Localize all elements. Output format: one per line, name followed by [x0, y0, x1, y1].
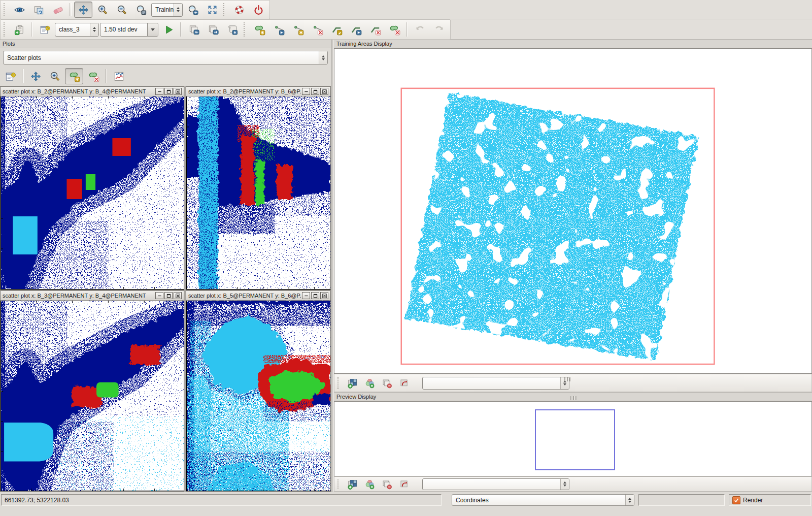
statusbar-mode-selector[interactable]: Coordinates [452, 494, 634, 506]
minimize-icon [157, 89, 162, 94]
scatter-canvas-3[interactable] [1, 301, 184, 491]
minimize-button[interactable] [155, 292, 163, 299]
zoom-to-map-button[interactable] [132, 2, 150, 18]
digitize-area-button[interactable] [250, 21, 268, 38]
plot-settings-button[interactable] [1, 68, 19, 84]
preview-layer-selector[interactable] [422, 478, 569, 490]
app-window: Training class_3 1.50 std dev [0, 0, 812, 516]
zoom-in-icon [97, 4, 109, 16]
maximize-button[interactable] [164, 88, 173, 95]
remove-line-button[interactable] [366, 21, 384, 38]
plots-panel-title: Plots [3, 41, 15, 47]
zoom-out-button[interactable] [113, 2, 131, 18]
return-zoom-button[interactable] [184, 2, 202, 18]
erase-display-button[interactable] [49, 2, 67, 18]
checkmark-icon [734, 498, 739, 503]
add-rgb-layer-button[interactable] [361, 477, 378, 491]
spin-arrows[interactable] [319, 51, 327, 64]
add-raster-layer-button[interactable] [344, 376, 360, 390]
zoom-in-button[interactable] [93, 2, 112, 18]
remove-layer-button[interactable] [379, 376, 395, 390]
save-script-button[interactable] [223, 21, 242, 38]
toolbar-grip[interactable] [223, 3, 228, 16]
scatter-canvas-1[interactable] [1, 96, 184, 289]
copy-raster-button[interactable] [29, 2, 48, 18]
move-line-icon [350, 24, 362, 36]
quit-button[interactable] [249, 2, 267, 18]
run-analysis-button[interactable] [159, 21, 178, 38]
sash-handle[interactable] [570, 395, 578, 402]
plot-pan-button[interactable] [26, 68, 45, 84]
add-vertex-button[interactable] [289, 21, 307, 38]
close-icon [176, 294, 180, 298]
minimize-button[interactable] [302, 88, 310, 95]
export-areas-button[interactable] [204, 21, 222, 38]
zoom-extent-button[interactable] [203, 2, 221, 18]
undo-button[interactable] [411, 21, 429, 38]
pan-icon [30, 71, 42, 82]
preview-canvas[interactable] [334, 401, 812, 476]
spin-arrows[interactable] [174, 4, 182, 16]
toolbar-grip[interactable] [244, 22, 248, 37]
dropdown-arrow[interactable] [147, 23, 158, 36]
import-areas-button[interactable] [185, 21, 203, 38]
toolbar-grip[interactable] [337, 479, 342, 489]
spin-arrows[interactable] [625, 495, 634, 505]
toolbar-grip[interactable] [4, 22, 8, 37]
scatter-window-2-titlebar[interactable]: scatter plot x: B_2@PERMANENT y: B_6@P..… [186, 87, 330, 96]
class-manager-button[interactable] [36, 21, 54, 38]
scatter-canvas-4[interactable] [186, 301, 330, 491]
toolbar-grip[interactable] [337, 377, 342, 389]
pan-button[interactable] [74, 2, 92, 18]
move-vertex-button[interactable] [269, 21, 288, 38]
maximize-button[interactable] [311, 88, 319, 95]
plot-options-button[interactable] [110, 68, 128, 84]
scatter-window-4-titlebar[interactable]: scatter plot x: B_5@PERMANENT y: B_6@P..… [186, 291, 330, 301]
plot-zoom-button[interactable] [46, 68, 64, 84]
add-training-map-button[interactable] [10, 21, 28, 38]
rerender-button[interactable] [396, 477, 412, 491]
import-areas-icon [188, 24, 200, 36]
training-mode-value: Training [152, 6, 174, 13]
rerender-button[interactable] [396, 376, 412, 390]
training-mode-spinner[interactable]: Training [151, 3, 183, 17]
close-button[interactable] [174, 88, 182, 95]
close-button[interactable] [320, 88, 328, 95]
plot-type-selector[interactable]: Scatter plots [3, 51, 328, 64]
maximize-button[interactable] [311, 292, 319, 299]
stddev-selector[interactable]: 1.50 std dev [100, 23, 158, 37]
edit-line-icon [331, 24, 343, 36]
training-map-canvas[interactable] [334, 48, 812, 374]
scatter-plot-4 [186, 301, 330, 491]
scatter-canvas-2[interactable] [186, 96, 330, 289]
scatter-window-2-title: scatter plot x: B_2@PERMANENT y: B_6@P..… [188, 88, 301, 94]
toolbar-grip[interactable] [4, 3, 8, 16]
close-button[interactable] [174, 292, 182, 299]
spin-arrows[interactable] [90, 23, 98, 36]
select-area-button[interactable] [65, 68, 83, 84]
delete-area-button[interactable] [385, 21, 403, 38]
move-line-button[interactable] [347, 21, 365, 38]
deselect-area-button[interactable] [84, 68, 103, 84]
class-selector[interactable]: class_3 [55, 23, 99, 37]
training-layer-selector[interactable] [422, 377, 569, 390]
scatter-window-3-titlebar[interactable]: scatter plot x: B_3@PERMANENT y: B_4@PER… [1, 291, 184, 301]
spin-arrows[interactable] [560, 479, 569, 490]
minimize-button[interactable] [155, 88, 163, 95]
show-attributes-button[interactable] [10, 2, 28, 18]
add-raster-layer-button[interactable] [344, 477, 360, 491]
minimize-button[interactable] [302, 292, 310, 299]
remove-vertex-button[interactable] [308, 21, 326, 38]
add-rgb-layer-button[interactable] [361, 376, 378, 390]
help-button[interactable] [230, 2, 248, 18]
maximize-button[interactable] [164, 292, 173, 299]
edit-line-button[interactable] [327, 21, 346, 38]
redo-button[interactable] [430, 21, 448, 38]
preview-display-toolbar [334, 476, 812, 492]
remove-layer-button[interactable] [379, 477, 395, 491]
sash-handle[interactable] [564, 376, 572, 383]
add-raster-layer-icon [347, 378, 358, 389]
render-checkbox[interactable] [732, 496, 740, 504]
close-button[interactable] [320, 292, 328, 299]
scatter-window-1-titlebar[interactable]: scatter plot x: B_2@PERMANENT y: B_4@PER… [1, 87, 184, 96]
